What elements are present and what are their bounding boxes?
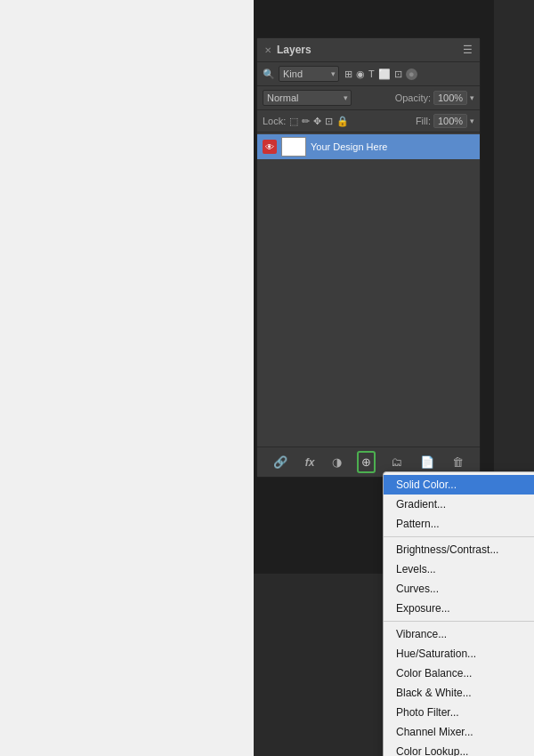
opacity-section: Opacity: ▾	[395, 91, 474, 105]
add-mask-icon[interactable]: ◑	[329, 453, 344, 471]
kind-select-wrapper: Kind	[279, 66, 339, 82]
menu-item-channel-mixer[interactable]: Channel Mixer...	[384, 722, 534, 742]
layer-visibility-icon[interactable]: 👁	[263, 140, 277, 154]
layers-panel: ✕ Layers ☰ 🔍 Kind ⊞ ◉ T ⬜ ⊡ ● Normal Op	[256, 37, 481, 478]
close-icon[interactable]: ✕	[264, 45, 271, 55]
delete-layer-icon[interactable]: 🗑	[449, 453, 466, 471]
link-layers-icon[interactable]: 🔗	[271, 453, 290, 471]
menu-divider-2	[384, 621, 534, 622]
layer-thumbnail	[281, 137, 306, 157]
lock-artboard-icon[interactable]: ⊡	[325, 116, 333, 127]
panel-menu-icon[interactable]: ☰	[463, 44, 473, 56]
menu-item-pattern[interactable]: Pattern...	[384, 514, 534, 534]
fill-chevron-icon: ▾	[470, 117, 474, 125]
adjustment-filter-icon[interactable]: ◉	[356, 68, 365, 80]
menu-item-color-balance[interactable]: Color Balance...	[384, 664, 534, 683]
adjustment-layer-dropdown: Solid Color... Gradient... Pattern... Br…	[383, 471, 534, 756]
artboard-filter-icon[interactable]: ⊡	[394, 68, 402, 80]
menu-item-brightness-contrast[interactable]: Brightness/Contrast...	[384, 540, 534, 559]
fill-label: Fill:	[416, 116, 431, 126]
lock-brush-icon[interactable]: ✏	[302, 116, 310, 127]
panel-header: ✕ Layers ☰	[257, 38, 480, 62]
menu-item-solid-color[interactable]: Solid Color...	[384, 475, 534, 495]
opacity-chevron-icon: ▾	[470, 93, 474, 102]
menu-item-gradient[interactable]: Gradient...	[384, 495, 534, 514]
layer-name: Your Design Here	[311, 141, 387, 152]
blend-select-wrapper: Normal	[263, 90, 352, 106]
lock-transparent-icon[interactable]: ⬚	[289, 116, 298, 127]
menu-item-curves[interactable]: Curves...	[384, 579, 534, 599]
opacity-input[interactable]	[433, 91, 467, 105]
new-group-icon[interactable]: 🗂	[388, 453, 405, 471]
layers-list: 👁 Your Design Here	[257, 133, 480, 161]
fill-section: Fill: ▾	[416, 114, 474, 128]
panel-header-left: ✕ Layers	[264, 44, 312, 56]
menu-divider-1	[384, 536, 534, 537]
new-adjustment-layer-icon[interactable]: ⊕	[357, 451, 376, 473]
blend-row: Normal Opacity: ▾	[257, 86, 480, 110]
lock-move-icon[interactable]: ✥	[313, 116, 321, 127]
panel-title: Layers	[277, 44, 312, 56]
fill-input[interactable]	[433, 114, 467, 128]
fx-icon[interactable]: fx	[303, 454, 318, 471]
menu-item-vibrance[interactable]: Vibrance...	[384, 624, 534, 644]
menu-item-color-lookup[interactable]: Color Lookup...	[384, 742, 534, 756]
kind-select[interactable]: Kind	[279, 66, 339, 82]
lock-icons: ⬚ ✏ ✥ ⊡ 🔒	[289, 116, 349, 127]
kind-icons: ⊞ ◉ T ⬜ ⊡ ●	[344, 68, 417, 80]
search-icon: 🔍	[263, 68, 275, 80]
lock-all-icon[interactable]: 🔒	[336, 116, 349, 127]
lock-label: Lock:	[263, 116, 286, 126]
layer-item[interactable]: 👁 Your Design Here	[257, 134, 480, 159]
opacity-label: Opacity:	[395, 92, 431, 103]
shape-filter-icon[interactable]: ⬜	[378, 68, 391, 80]
menu-item-photo-filter[interactable]: Photo Filter...	[384, 703, 534, 722]
new-layer-icon[interactable]: 📄	[417, 453, 437, 471]
smart-filter-icon[interactable]: ●	[406, 68, 417, 80]
type-filter-icon[interactable]: T	[368, 68, 375, 79]
menu-item-black-white[interactable]: Black & White...	[384, 683, 534, 703]
canvas-area	[0, 0, 254, 756]
menu-item-exposure[interactable]: Exposure...	[384, 599, 534, 618]
blend-mode-select[interactable]: Normal	[263, 90, 352, 106]
kind-row: 🔍 Kind ⊞ ◉ T ⬜ ⊡ ●	[257, 62, 480, 86]
lock-row: Lock: ⬚ ✏ ✥ ⊡ 🔒 Fill: ▾	[257, 110, 480, 133]
menu-item-hue-saturation[interactable]: Hue/Saturation...	[384, 644, 534, 664]
menu-item-levels[interactable]: Levels...	[384, 559, 534, 579]
pixel-filter-icon[interactable]: ⊞	[344, 68, 352, 80]
